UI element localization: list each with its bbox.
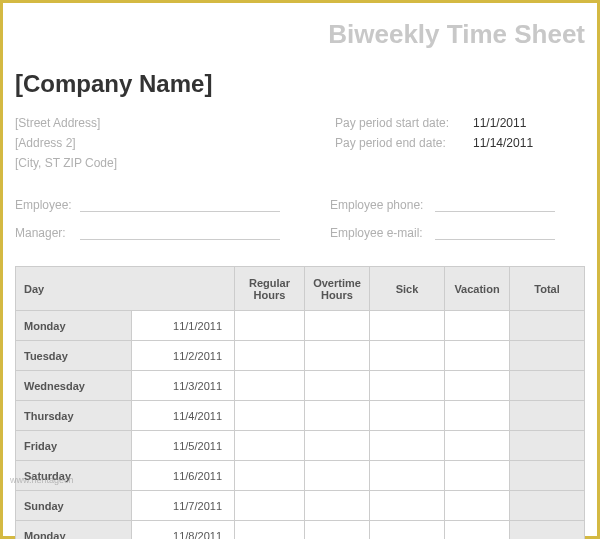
table-row: Wednesday 11/3/2011 xyxy=(16,371,585,401)
regular-hours-cell[interactable] xyxy=(235,521,305,540)
total-cell xyxy=(510,401,585,431)
total-cell xyxy=(510,521,585,540)
sick-cell[interactable] xyxy=(370,371,445,401)
table-row: Monday 11/8/2011 xyxy=(16,521,585,540)
overtime-hours-cell[interactable] xyxy=(305,341,370,371)
table-row: Thursday 11/4/2011 xyxy=(16,401,585,431)
vacation-cell[interactable] xyxy=(445,431,510,461)
day-cell: Monday xyxy=(16,521,132,540)
total-cell xyxy=(510,461,585,491)
manager-input[interactable] xyxy=(80,222,280,240)
date-cell: 11/8/2011 xyxy=(131,521,234,540)
timesheet-table: Day Regular Hours Overtime Hours Sick Va… xyxy=(15,266,585,539)
date-cell: 11/7/2011 xyxy=(131,491,234,521)
vacation-cell[interactable] xyxy=(445,341,510,371)
document-title: Biweekly Time Sheet xyxy=(15,19,585,50)
sick-cell[interactable] xyxy=(370,431,445,461)
table-row: Sunday 11/7/2011 xyxy=(16,491,585,521)
sick-cell[interactable] xyxy=(370,311,445,341)
regular-hours-cell[interactable] xyxy=(235,341,305,371)
table-row: Monday 11/1/2011 xyxy=(16,311,585,341)
date-cell: 11/3/2011 xyxy=(131,371,234,401)
vacation-cell[interactable] xyxy=(445,461,510,491)
company-name: [Company Name] xyxy=(15,70,585,98)
overtime-hours-cell[interactable] xyxy=(305,371,370,401)
regular-hours-cell[interactable] xyxy=(235,311,305,341)
total-cell xyxy=(510,431,585,461)
th-sick: Sick xyxy=(370,267,445,311)
day-cell: Friday xyxy=(16,431,132,461)
th-overtime: Overtime Hours xyxy=(305,267,370,311)
overtime-hours-cell[interactable] xyxy=(305,521,370,540)
overtime-hours-cell[interactable] xyxy=(305,491,370,521)
regular-hours-cell[interactable] xyxy=(235,371,305,401)
sick-cell[interactable] xyxy=(370,461,445,491)
day-cell: Tuesday xyxy=(16,341,132,371)
employee-input[interactable] xyxy=(80,194,280,212)
pay-end-value: 11/14/2011 xyxy=(473,136,533,150)
manager-label: Manager: xyxy=(15,226,80,240)
overtime-hours-cell[interactable] xyxy=(305,311,370,341)
day-cell: Sunday xyxy=(16,491,132,521)
date-cell: 11/1/2011 xyxy=(131,311,234,341)
overtime-hours-cell[interactable] xyxy=(305,401,370,431)
total-cell xyxy=(510,491,585,521)
regular-hours-cell[interactable] xyxy=(235,431,305,461)
pay-start-value: 11/1/2011 xyxy=(473,116,526,130)
date-cell: 11/6/2011 xyxy=(131,461,234,491)
table-row: Tuesday 11/2/2011 xyxy=(16,341,585,371)
table-row: Saturday 11/6/2011 xyxy=(16,461,585,491)
watermark: www.heritagech xyxy=(10,475,74,485)
vacation-cell[interactable] xyxy=(445,491,510,521)
table-row: Friday 11/5/2011 xyxy=(16,431,585,461)
th-vacation: Vacation xyxy=(445,267,510,311)
date-cell: 11/4/2011 xyxy=(131,401,234,431)
date-cell: 11/5/2011 xyxy=(131,431,234,461)
employee-label: Employee: xyxy=(15,198,80,212)
day-cell: Monday xyxy=(16,311,132,341)
day-cell: Wednesday xyxy=(16,371,132,401)
regular-hours-cell[interactable] xyxy=(235,491,305,521)
address-2: [Address 2] xyxy=(15,136,335,150)
pay-end-label: Pay period end date: xyxy=(335,136,473,150)
vacation-cell[interactable] xyxy=(445,311,510,341)
overtime-hours-cell[interactable] xyxy=(305,461,370,491)
employee-phone-input[interactable] xyxy=(435,194,555,212)
pay-start-label: Pay period start date: xyxy=(335,116,473,130)
sick-cell[interactable] xyxy=(370,521,445,540)
vacation-cell[interactable] xyxy=(445,371,510,401)
regular-hours-cell[interactable] xyxy=(235,461,305,491)
employee-email-label: Employee e-mail: xyxy=(330,226,435,240)
th-day: Day xyxy=(16,267,235,311)
vacation-cell[interactable] xyxy=(445,521,510,540)
street-address: [Street Address] xyxy=(15,116,335,130)
sick-cell[interactable] xyxy=(370,401,445,431)
sick-cell[interactable] xyxy=(370,341,445,371)
day-cell: Thursday xyxy=(16,401,132,431)
regular-hours-cell[interactable] xyxy=(235,401,305,431)
employee-email-input[interactable] xyxy=(435,222,555,240)
total-cell xyxy=(510,371,585,401)
overtime-hours-cell[interactable] xyxy=(305,431,370,461)
sick-cell[interactable] xyxy=(370,491,445,521)
vacation-cell[interactable] xyxy=(445,401,510,431)
city-state-zip: [City, ST ZIP Code] xyxy=(15,156,335,170)
total-cell xyxy=(510,311,585,341)
th-total: Total xyxy=(510,267,585,311)
date-cell: 11/2/2011 xyxy=(131,341,234,371)
total-cell xyxy=(510,341,585,371)
th-regular: Regular Hours xyxy=(235,267,305,311)
employee-phone-label: Employee phone: xyxy=(330,198,435,212)
